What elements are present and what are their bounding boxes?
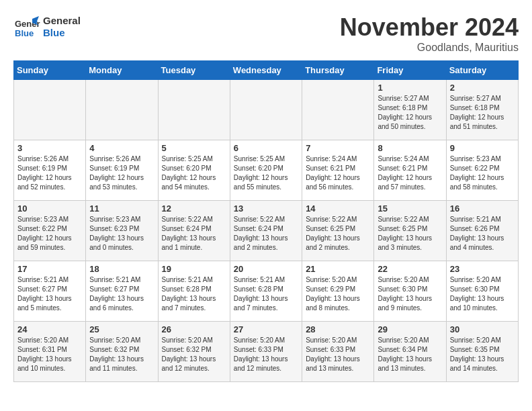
day-info: Sunrise: 5:22 AM Sunset: 6:24 PM Dayligh… [234, 215, 298, 253]
day-number: 29 [378, 324, 442, 334]
day-info: Sunrise: 5:21 AM Sunset: 6:26 PM Dayligh… [450, 215, 515, 253]
day-number: 30 [450, 324, 515, 334]
day-cell: 12Sunrise: 5:22 AM Sunset: 6:24 PM Dayli… [158, 201, 230, 261]
calendar-table: SundayMondayTuesdayWednesdayThursdayFrid… [13, 60, 519, 382]
calendar-header-row: SundayMondayTuesdayWednesdayThursdayFrid… [14, 61, 519, 80]
day-info: Sunrise: 5:25 AM Sunset: 6:20 PM Dayligh… [234, 154, 298, 192]
day-cell: 14Sunrise: 5:22 AM Sunset: 6:25 PM Dayli… [302, 201, 374, 261]
calendar-body: 1Sunrise: 5:27 AM Sunset: 6:18 PM Daylig… [14, 80, 519, 382]
day-number: 18 [89, 264, 154, 274]
day-cell: 29Sunrise: 5:20 AM Sunset: 6:34 PM Dayli… [374, 322, 446, 382]
day-cell [302, 80, 374, 140]
day-cell: 18Sunrise: 5:21 AM Sunset: 6:27 PM Dayli… [86, 261, 158, 322]
day-cell [158, 80, 230, 140]
day-info: Sunrise: 5:24 AM Sunset: 6:21 PM Dayligh… [378, 154, 442, 192]
day-cell: 22Sunrise: 5:20 AM Sunset: 6:30 PM Dayli… [374, 261, 446, 322]
day-cell: 23Sunrise: 5:20 AM Sunset: 6:30 PM Dayli… [446, 261, 518, 322]
day-cell: 28Sunrise: 5:20 AM Sunset: 6:33 PM Dayli… [302, 322, 374, 382]
day-number: 25 [89, 324, 154, 334]
day-number: 21 [306, 264, 370, 274]
day-cell: 1Sunrise: 5:27 AM Sunset: 6:18 PM Daylig… [374, 80, 446, 140]
day-cell: 2Sunrise: 5:27 AM Sunset: 6:18 PM Daylig… [446, 80, 518, 140]
day-number: 14 [306, 203, 370, 214]
day-number: 1 [378, 83, 442, 93]
day-cell: 10Sunrise: 5:23 AM Sunset: 6:22 PM Dayli… [14, 201, 86, 261]
day-cell: 6Sunrise: 5:25 AM Sunset: 6:20 PM Daylig… [230, 140, 302, 201]
day-cell: 4Sunrise: 5:26 AM Sunset: 6:19 PM Daylig… [86, 140, 158, 201]
day-number: 19 [162, 264, 226, 274]
day-cell: 15Sunrise: 5:22 AM Sunset: 6:25 PM Dayli… [374, 201, 446, 261]
day-info: Sunrise: 5:26 AM Sunset: 6:19 PM Dayligh… [89, 154, 154, 192]
logo-line1: General [43, 15, 81, 27]
day-cell: 19Sunrise: 5:21 AM Sunset: 6:28 PM Dayli… [158, 261, 230, 322]
day-info: Sunrise: 5:20 AM Sunset: 6:34 PM Dayligh… [378, 336, 442, 373]
day-cell: 30Sunrise: 5:20 AM Sunset: 6:35 PM Dayli… [446, 322, 518, 382]
day-number: 11 [89, 203, 154, 214]
day-cell: 25Sunrise: 5:20 AM Sunset: 6:32 PM Dayli… [86, 322, 158, 382]
day-info: Sunrise: 5:20 AM Sunset: 6:35 PM Dayligh… [450, 336, 515, 373]
day-header-saturday: Saturday [446, 61, 518, 80]
day-info: Sunrise: 5:23 AM Sunset: 6:23 PM Dayligh… [89, 215, 154, 253]
day-info: Sunrise: 5:24 AM Sunset: 6:21 PM Dayligh… [306, 154, 370, 192]
day-number: 26 [162, 324, 226, 334]
day-info: Sunrise: 5:20 AM Sunset: 6:32 PM Dayligh… [89, 336, 154, 373]
day-number: 5 [162, 143, 226, 153]
day-number: 28 [306, 324, 370, 334]
day-cell [230, 80, 302, 140]
day-cell: 8Sunrise: 5:24 AM Sunset: 6:21 PM Daylig… [374, 140, 446, 201]
day-number: 24 [17, 324, 82, 334]
day-cell: 26Sunrise: 5:20 AM Sunset: 6:32 PM Dayli… [158, 322, 230, 382]
location-subtitle: Goodlands, Mauritius [340, 42, 519, 54]
day-cell: 24Sunrise: 5:20 AM Sunset: 6:31 PM Dayli… [14, 322, 86, 382]
svg-text:Blue: Blue [15, 28, 34, 38]
day-cell: 3Sunrise: 5:26 AM Sunset: 6:19 PM Daylig… [14, 140, 86, 201]
day-number: 22 [378, 264, 442, 274]
week-row-5: 24Sunrise: 5:20 AM Sunset: 6:31 PM Dayli… [14, 322, 519, 382]
logo-icon: General Blue [13, 13, 40, 40]
day-header-monday: Monday [86, 61, 158, 80]
day-number: 27 [234, 324, 298, 334]
day-cell [86, 80, 158, 140]
week-row-3: 10Sunrise: 5:23 AM Sunset: 6:22 PM Dayli… [14, 201, 519, 261]
day-number: 3 [17, 143, 82, 153]
day-number: 10 [17, 203, 82, 214]
month-title: November 2024 [340, 13, 519, 42]
day-info: Sunrise: 5:22 AM Sunset: 6:25 PM Dayligh… [378, 215, 442, 253]
day-cell [14, 80, 86, 140]
day-info: Sunrise: 5:21 AM Sunset: 6:27 PM Dayligh… [89, 275, 154, 313]
day-cell: 17Sunrise: 5:21 AM Sunset: 6:27 PM Dayli… [14, 261, 86, 322]
day-number: 23 [450, 264, 515, 274]
day-info: Sunrise: 5:20 AM Sunset: 6:32 PM Dayligh… [162, 336, 226, 373]
day-info: Sunrise: 5:20 AM Sunset: 6:29 PM Dayligh… [306, 275, 370, 313]
day-info: Sunrise: 5:20 AM Sunset: 6:31 PM Dayligh… [17, 336, 82, 373]
day-cell: 13Sunrise: 5:22 AM Sunset: 6:24 PM Dayli… [230, 201, 302, 261]
day-number: 8 [378, 143, 442, 153]
day-number: 12 [162, 203, 226, 214]
day-info: Sunrise: 5:23 AM Sunset: 6:22 PM Dayligh… [17, 215, 82, 253]
day-info: Sunrise: 5:21 AM Sunset: 6:28 PM Dayligh… [162, 275, 226, 313]
day-header-friday: Friday [374, 61, 446, 80]
day-info: Sunrise: 5:22 AM Sunset: 6:24 PM Dayligh… [162, 215, 226, 253]
day-number: 13 [234, 203, 298, 214]
day-cell: 5Sunrise: 5:25 AM Sunset: 6:20 PM Daylig… [158, 140, 230, 201]
day-cell: 21Sunrise: 5:20 AM Sunset: 6:29 PM Dayli… [302, 261, 374, 322]
week-row-2: 3Sunrise: 5:26 AM Sunset: 6:19 PM Daylig… [14, 140, 519, 201]
day-info: Sunrise: 5:23 AM Sunset: 6:22 PM Dayligh… [450, 154, 515, 192]
day-number: 2 [450, 83, 515, 93]
day-cell: 16Sunrise: 5:21 AM Sunset: 6:26 PM Dayli… [446, 201, 518, 261]
day-info: Sunrise: 5:21 AM Sunset: 6:28 PM Dayligh… [234, 275, 298, 313]
day-number: 7 [306, 143, 370, 153]
day-info: Sunrise: 5:20 AM Sunset: 6:30 PM Dayligh… [450, 275, 515, 313]
week-row-1: 1Sunrise: 5:27 AM Sunset: 6:18 PM Daylig… [14, 80, 519, 140]
day-info: Sunrise: 5:20 AM Sunset: 6:33 PM Dayligh… [306, 336, 370, 373]
day-number: 6 [234, 143, 298, 153]
logo: General Blue General Blue [13, 13, 81, 40]
day-number: 17 [17, 264, 82, 274]
logo-line2: Blue [43, 27, 81, 39]
day-info: Sunrise: 5:25 AM Sunset: 6:20 PM Dayligh… [162, 154, 226, 192]
day-number: 9 [450, 143, 515, 153]
day-cell: 7Sunrise: 5:24 AM Sunset: 6:21 PM Daylig… [302, 140, 374, 201]
day-info: Sunrise: 5:21 AM Sunset: 6:27 PM Dayligh… [17, 275, 82, 313]
day-header-thursday: Thursday [302, 61, 374, 80]
day-info: Sunrise: 5:20 AM Sunset: 6:33 PM Dayligh… [234, 336, 298, 373]
